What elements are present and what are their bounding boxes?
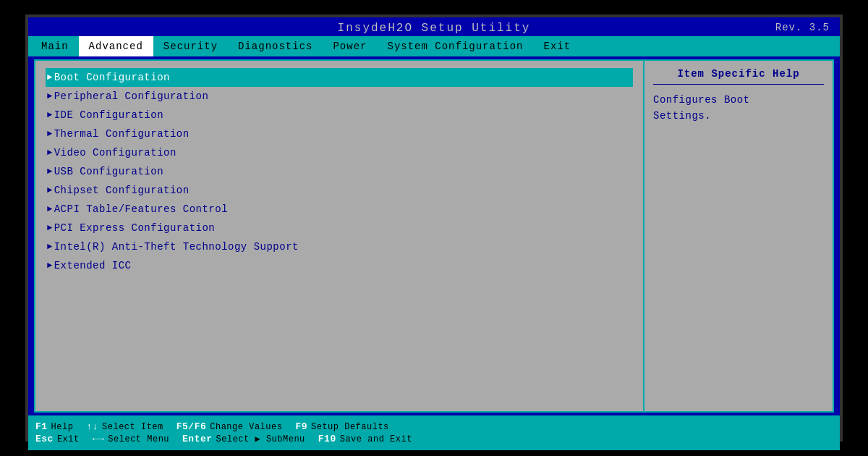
bottom-entry-1-2: EnterSelect ▶ SubMenu [182, 434, 305, 444]
arrow-icon: ► [47, 185, 53, 195]
nav-item-exit[interactable]: Exit [534, 36, 582, 56]
arrow-icon: ► [47, 242, 53, 252]
main-content: ►Boot Configuration►Peripheral Configura… [34, 59, 834, 413]
bottom-entry-0-2: F5/F6Change Values [176, 421, 283, 432]
menu-item-9[interactable]: ►Intel(R) Anti-Theft Technology Support [46, 237, 633, 256]
arrow-icon: ► [47, 129, 53, 139]
key-desc: Help [51, 422, 74, 432]
key-label: F10 [318, 434, 336, 444]
key-desc: Change Values [210, 422, 282, 432]
menu-item-0[interactable]: ►Boot Configuration [46, 68, 633, 87]
key-label: F1 [35, 421, 48, 432]
right-panel: Item Specific Help Configures BootSettin… [644, 61, 833, 411]
arrow-icon: ► [47, 261, 53, 271]
key-desc: Select ▶ SubMenu [216, 434, 305, 444]
bios-screen: InsydeH2O Setup Utility Rev. 3.5 MainAdv… [25, 14, 843, 442]
nav-item-diagnostics[interactable]: Diagnostics [228, 36, 323, 56]
bottom-bar: F1Help↑↓Select ItemF5/F6Change ValuesF9S… [28, 415, 840, 450]
bottom-entry-1-3: F10Save and Exit [318, 434, 412, 444]
bottom-line-0: F1Help↑↓Select ItemF5/F6Change ValuesF9S… [35, 421, 833, 432]
arrow-icon: ► [47, 204, 53, 214]
nav-item-main[interactable]: Main [31, 36, 79, 56]
arrow-icon: ► [47, 223, 53, 233]
menu-item-5[interactable]: ►USB Configuration [46, 162, 633, 181]
bottom-entry-0-3: F9Setup Defaults [295, 421, 388, 432]
key-label: ←→ [93, 434, 105, 444]
key-label: F5/F6 [176, 421, 207, 432]
menu-item-2[interactable]: ►IDE Configuration [46, 106, 633, 124]
nav-item-security[interactable]: Security [153, 36, 228, 56]
nav-item-advanced[interactable]: Advanced [79, 36, 153, 56]
arrow-icon: ► [47, 166, 53, 177]
key-desc: Save and Exit [340, 434, 412, 444]
menu-item-10[interactable]: ►Extended ICC [46, 256, 633, 275]
bottom-entry-1-0: EscExit [35, 434, 80, 444]
help-title: Item Specific Help [653, 68, 824, 85]
key-label: Enter [182, 434, 213, 444]
nav-item-system-configuration[interactable]: System Configuration [377, 36, 533, 56]
title-bar: InsydeH2O Setup Utility Rev. 3.5 [28, 17, 840, 36]
arrow-icon: ► [47, 91, 53, 101]
menu-item-8[interactable]: ►PCI Express Configuration [46, 219, 633, 237]
key-desc: Setup Defaults [311, 422, 389, 432]
arrow-icon: ► [47, 72, 53, 83]
menu-item-1[interactable]: ►Peripheral Configuration [46, 87, 633, 106]
menu-item-6[interactable]: ►Chipset Configuration [46, 181, 633, 200]
bottom-entry-1-1: ←→Select Menu [93, 434, 169, 444]
key-label: Esc [35, 434, 54, 444]
nav-item-power[interactable]: Power [323, 36, 377, 56]
nav-bar: MainAdvancedSecurityDiagnosticsPowerSyst… [28, 36, 840, 56]
help-text: Configures BootSettings. [653, 92, 824, 124]
menu-item-3[interactable]: ►Thermal Configuration [46, 124, 633, 143]
app-title: InsydeH2O Setup Utility [338, 22, 531, 35]
key-desc: Exit [57, 434, 80, 444]
rev-label: Rev. 3.5 [775, 22, 830, 33]
menu-item-4[interactable]: ►Video Configuration [46, 143, 633, 162]
arrow-icon: ► [47, 110, 53, 120]
bottom-entry-0-0: F1Help [35, 421, 73, 432]
key-desc: Select Item [102, 422, 163, 432]
bottom-line-1: EscExit←→Select MenuEnterSelect ▶ SubMen… [35, 434, 833, 444]
key-label: ↑↓ [86, 421, 98, 432]
left-panel: ►Boot Configuration►Peripheral Configura… [35, 61, 644, 411]
bottom-entry-0-1: ↑↓Select Item [86, 421, 163, 432]
key-label: F9 [295, 421, 307, 432]
arrow-icon: ► [47, 148, 53, 158]
key-desc: Select Menu [108, 434, 169, 444]
menu-item-7[interactable]: ►ACPI Table/Features Control [46, 200, 633, 219]
